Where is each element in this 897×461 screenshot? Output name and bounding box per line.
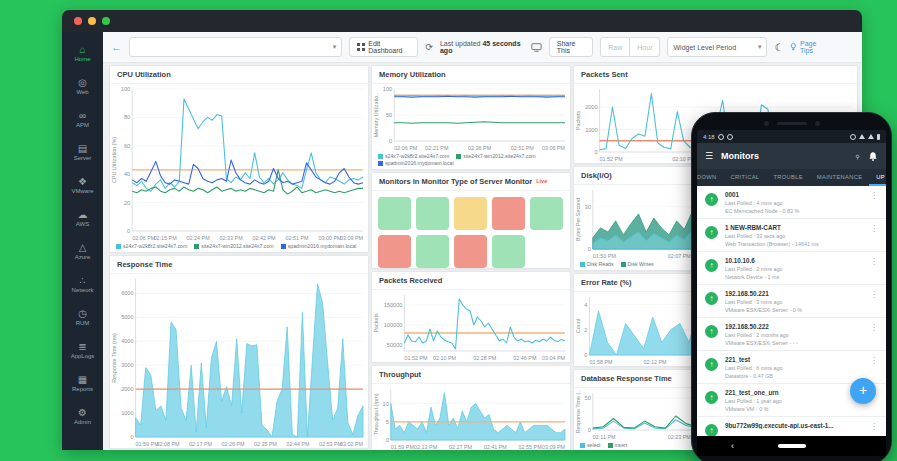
sidebar-item-rum[interactable]: ◷RUM: [62, 300, 103, 333]
back-arrow-icon[interactable]: ←: [111, 41, 122, 53]
legend-item[interactable]: spadmin2016.mydomain.local: [378, 160, 454, 166]
card-packets-received: Packets Received 5000010000015000001:52 …: [371, 271, 571, 363]
heatmap-cell-red[interactable]: [492, 197, 525, 230]
svg-text:CPU Utilization (%): CPU Utilization (%): [111, 137, 117, 183]
widget-level-period-select[interactable]: Widget Level Period ▾: [667, 37, 767, 57]
monitor-list-item[interactable]: ↑10.10.10.6Last Polled : 2 mins agoNetwo…: [697, 252, 886, 285]
dark-mode-moon-icon[interactable]: ☾: [774, 42, 783, 53]
monitor-list-item[interactable]: ↑0001Last Polled : 4 mins agoEC Memcache…: [697, 186, 886, 219]
home-icon: ⌂: [79, 44, 85, 55]
share-this-button[interactable]: Share This: [549, 37, 594, 57]
close-window-button[interactable]: [74, 17, 82, 25]
monitor-detail: Datastore - 0.47 GB: [725, 373, 863, 379]
legend-item[interactable]: select: [580, 442, 601, 448]
page-tips-link[interactable]: Page Tips: [790, 40, 826, 54]
kebab-menu-icon[interactable]: ⋮: [870, 323, 878, 346]
monitor-list-item[interactable]: ↑9bu772w99g.execute-api.us-east-1...⋮: [697, 417, 886, 436]
monitor-list-item[interactable]: ↑192.168.50.221Last Polled : 3 mins agoV…: [697, 285, 886, 318]
heatmap-cell-red[interactable]: [454, 235, 487, 268]
kebab-menu-icon[interactable]: ⋮: [870, 191, 878, 214]
legend-swatch: [580, 443, 585, 448]
dashboard-select[interactable]: ▾: [129, 37, 342, 57]
svg-text:02:13 PM: 02:13 PM: [414, 444, 438, 450]
heatmap-cell-green[interactable]: [492, 235, 525, 268]
sidebar-item-admin[interactable]: ⚙Admin: [62, 399, 103, 432]
svg-text:Response Time (..: Response Time (..: [575, 390, 581, 434]
bulb-icon: [790, 42, 797, 52]
tab-trouble[interactable]: TROUBLE: [766, 169, 809, 186]
heatmap-cell-yellow[interactable]: [454, 197, 487, 230]
applogs-icon: ≣: [78, 341, 86, 352]
legend-item[interactable]: s24x7-w2k8r2.site24x7.com: [378, 153, 449, 159]
heatmap-cell-red[interactable]: [378, 235, 411, 268]
svg-text:4: 4: [584, 302, 587, 308]
sidebar-item-applogs[interactable]: ≣AppLogs: [62, 333, 103, 366]
kebab-menu-icon[interactable]: ⋮: [870, 422, 878, 436]
bell-icon[interactable]: [868, 151, 878, 162]
monitor-detail: VMware VM - 0 %: [725, 406, 863, 412]
heatmap-cell-green[interactable]: [416, 197, 449, 230]
monitor-list-item[interactable]: ↑192.168.50.222Last Polled : 2 months ag…: [697, 318, 886, 351]
sidebar-item-apm[interactable]: ∞APM: [62, 102, 103, 135]
hour-toggle-button[interactable]: Hour: [630, 37, 660, 57]
monitor-list-item[interactable]: ↑1 NEW-RBM-CARTLast Polled : 33 secs ago…: [697, 219, 886, 252]
tab-maintenance[interactable]: MAINTENANCE: [810, 169, 870, 186]
sidebar-item-azure[interactable]: △Azure: [62, 234, 103, 267]
tab-down[interactable]: DOWN: [697, 169, 724, 186]
hamburger-menu-icon[interactable]: ☰: [705, 151, 713, 161]
throughput-chart[interactable]: 051001:59 PM02:13 PM02:27 PM02:41 PM02:5…: [372, 384, 570, 450]
minimize-window-button[interactable]: [88, 17, 96, 25]
svg-text:01:58 PM: 01:58 PM: [589, 359, 613, 365]
svg-text:02:07 PM: 02:07 PM: [668, 253, 692, 259]
svg-text:0: 0: [386, 437, 389, 443]
legend-item[interactable]: site24x7-win2012.site24x7.com: [456, 153, 535, 159]
legend-item[interactable]: Disk Writes: [621, 261, 654, 267]
edit-dashboard-button[interactable]: Edit Dashboard: [349, 37, 418, 57]
status-up-icon: ↑: [705, 358, 718, 371]
sidebar-item-network[interactable]: ∴Network: [62, 267, 103, 300]
maximize-window-button[interactable]: [102, 17, 110, 25]
kebab-menu-icon[interactable]: ⋮: [870, 224, 878, 247]
display-icon[interactable]: [531, 42, 542, 53]
svg-text:02:06 PM: 02:06 PM: [394, 145, 418, 151]
memory-utilization-chart[interactable]: 05010002:06 PM02:21 PM02:36 PM02:51 PM03…: [372, 84, 570, 152]
legend-item[interactable]: spadmin2016.mydomain.local: [281, 243, 357, 249]
kebab-menu-icon[interactable]: ⋮: [870, 257, 878, 280]
cpu-utilization-chart[interactable]: 02040608010002:06 PM02:15 PM02:24 PM02:3…: [110, 84, 368, 242]
legend-item[interactable]: Disk Reads: [580, 261, 614, 267]
front-camera-icon: [815, 121, 820, 126]
tab-critical[interactable]: CRITICAL: [724, 169, 767, 186]
kebab-menu-icon[interactable]: ⋮: [870, 290, 878, 313]
azure-icon: △: [79, 242, 87, 253]
sidebar-item-aws[interactable]: ☁AWS: [62, 201, 103, 234]
legend-item[interactable]: s24x7-w2k8r2.site24x7.com: [116, 243, 187, 249]
svg-text:02:36 PM: 02:36 PM: [468, 145, 492, 151]
refresh-icon[interactable]: ⟳: [425, 42, 433, 52]
window-titlebar: [62, 10, 862, 32]
packets-received-chart[interactable]: 5000010000015000001:52 PM02:10 PM02:28 P…: [372, 290, 570, 362]
response-time-chart[interactable]: 010002000300040005000600001:59 PM02:08 P…: [110, 274, 368, 448]
sidebar-item-reports[interactable]: ▦Reports: [62, 366, 103, 399]
heatmap-cell-green[interactable]: [378, 197, 411, 230]
search-icon[interactable]: ⌕: [852, 150, 863, 161]
legend-item[interactable]: site24x7-win2012.site24x7.com: [194, 243, 273, 249]
monitor-name: 0001: [725, 191, 863, 198]
svg-text:02:11 PM: 02:11 PM: [593, 434, 616, 440]
sidebar-item-vmware[interactable]: ❖VMware: [62, 168, 103, 201]
heatmap-cell-green[interactable]: [416, 235, 449, 268]
svg-text:01:52 PM: 01:52 PM: [600, 156, 624, 162]
sidebar-item-web[interactable]: ◎Web: [62, 69, 103, 102]
kebab-menu-icon[interactable]: ⋮: [870, 356, 878, 379]
sidebar-item-home[interactable]: ⌂Home: [62, 36, 103, 69]
sidebar-item-server[interactable]: ▤Server: [62, 135, 103, 168]
nav-home-pill[interactable]: [778, 444, 806, 448]
add-monitor-fab[interactable]: +: [850, 378, 876, 404]
nav-back-icon[interactable]: ‹: [731, 441, 734, 451]
card-cpu-utilization: CPU Utilization 02040608010002:06 PM02:1…: [109, 65, 369, 253]
chart-title: Packets Sent: [574, 66, 857, 84]
raw-toggle-button[interactable]: Raw: [600, 37, 630, 57]
tab-up[interactable]: UP: [869, 169, 886, 186]
last-updated-text: Last updated 45 seconds ago: [440, 40, 524, 54]
heatmap-cell-green[interactable]: [530, 197, 563, 230]
legend-item[interactable]: insert: [608, 442, 628, 448]
